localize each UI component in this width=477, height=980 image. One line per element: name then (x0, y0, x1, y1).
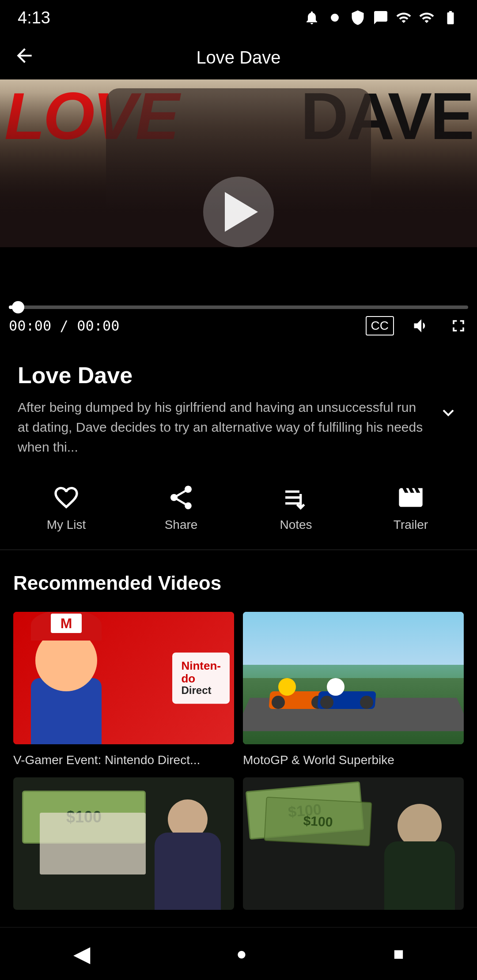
home-nav-icon: ● (236, 944, 247, 964)
notes-label: Notes (280, 518, 312, 532)
status-bar: 4:13 (0, 0, 477, 35)
video-thumb-money1: $100 (13, 777, 234, 910)
cc-button[interactable]: CC (366, 316, 394, 335)
recommended-title: Recommended Videos (13, 572, 464, 594)
money1-thumbnail: $100 (13, 777, 234, 910)
nintendo-thumbnail: M Ninten-do Direct (13, 612, 234, 744)
my-list-label: My List (47, 518, 86, 532)
motogp-card-title: MotoGP & World Superbike (243, 751, 464, 769)
back-nav-button[interactable]: ◀ (73, 941, 90, 967)
video-thumb-motogp (243, 612, 464, 744)
play-icon (225, 192, 258, 232)
play-button[interactable] (203, 177, 274, 247)
movie-title: Love Dave (18, 362, 459, 388)
status-time: 4:13 (18, 8, 50, 27)
video-player[interactable]: LOVE DAVE 00:00 / 00:00 CC (0, 79, 477, 344)
action-buttons-row: My List Share Notes Trailer (0, 466, 477, 550)
video-thumb-nintendo: M Ninten-do Direct (13, 612, 234, 744)
recents-nav-icon: ■ (393, 944, 404, 964)
back-nav-icon: ◀ (73, 941, 90, 967)
time-display: 00:00 / 00:00 (9, 317, 119, 334)
expand-description-button[interactable] (437, 402, 459, 428)
video-controls: 00:00 / 00:00 CC (0, 305, 477, 344)
trailer-button[interactable]: Trailer (371, 483, 450, 532)
record-icon (327, 10, 343, 26)
controls-row: 00:00 / 00:00 CC (9, 316, 468, 335)
svg-point-0 (331, 14, 339, 22)
status-icons (304, 10, 459, 26)
my-list-button[interactable]: My List (26, 483, 106, 532)
current-time: 00:00 (9, 317, 51, 334)
parental-icon (350, 10, 366, 26)
recents-nav-button[interactable]: ■ (393, 944, 404, 964)
money2-thumbnail: $100 $100 (243, 777, 464, 910)
signal-icon (419, 10, 435, 26)
description-row: After being dumped by his girlfriend and… (18, 397, 459, 457)
back-button[interactable] (13, 45, 35, 70)
share-button[interactable]: Share (141, 483, 221, 532)
battery-icon (442, 10, 459, 26)
time-separator: / (60, 317, 77, 334)
playback-controls: CC (366, 316, 468, 335)
recommended-section: Recommended Videos (0, 550, 477, 930)
bottom-navigation: ◀ ● ■ (0, 927, 477, 980)
nintendo-card-title: V-Gamer Event: Nintendo Direct... (13, 751, 234, 769)
fullscreen-button[interactable] (449, 316, 468, 335)
share-icon (167, 483, 195, 512)
movie-detail-section: Love Dave After being dumped by his girl… (0, 344, 477, 466)
film-icon (397, 483, 425, 512)
notes-button[interactable]: Notes (256, 483, 336, 532)
total-time: 00:00 (77, 317, 119, 334)
motogp-thumbnail (243, 612, 464, 744)
video-thumb-money2: $100 $100 (243, 777, 464, 910)
video-card-motogp[interactable]: MotoGP & World Superbike (243, 612, 464, 769)
page-title: Love Dave (196, 48, 280, 68)
video-grid: M Ninten-do Direct V-Gamer Event: Ninten… (13, 612, 464, 917)
video-card-money1[interactable]: $100 (13, 777, 234, 917)
trailer-label: Trailer (394, 518, 428, 532)
movie-description: After being dumped by his girlfriend and… (18, 397, 437, 457)
volume-button[interactable] (412, 316, 431, 335)
notification-icon (304, 10, 320, 26)
top-navigation: Love Dave (0, 35, 477, 79)
video-card-money2[interactable]: $100 $100 (243, 777, 464, 917)
wifi-icon (396, 10, 412, 26)
share-label: Share (165, 518, 198, 532)
notes-icon (282, 483, 310, 512)
heart-icon (52, 483, 80, 512)
progress-dot[interactable] (12, 301, 24, 313)
home-nav-button[interactable]: ● (236, 944, 247, 964)
progress-bar[interactable] (9, 305, 468, 309)
message-icon (373, 10, 389, 26)
video-card-nintendo[interactable]: M Ninten-do Direct V-Gamer Event: Ninten… (13, 612, 234, 769)
